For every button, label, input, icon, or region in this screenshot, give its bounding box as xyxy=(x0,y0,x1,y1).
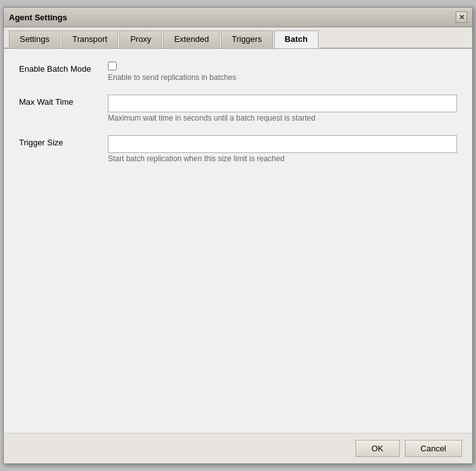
agent-settings-dialog: Agent Settings ✕ Settings Transport Prox… xyxy=(3,7,473,464)
max-wait-time-row: Max Wait Time Maximum wait time in secon… xyxy=(19,95,457,130)
max-wait-time-input[interactable] xyxy=(108,95,457,112)
tab-proxy[interactable]: Proxy xyxy=(119,30,162,48)
trigger-size-hint: Start batch replication when this size l… xyxy=(108,154,457,163)
tab-batch[interactable]: Batch xyxy=(274,30,319,48)
checkbox-row xyxy=(108,62,457,70)
content-area: Enable Batch Mode Enable to send replica… xyxy=(4,49,472,433)
enable-batch-mode-checkbox[interactable] xyxy=(108,62,117,70)
enable-batch-mode-control: Enable to send replications in batches xyxy=(108,62,457,90)
max-wait-time-label: Max Wait Time xyxy=(19,95,108,107)
trigger-size-input[interactable] xyxy=(108,135,457,153)
title-bar: Agent Settings ✕ xyxy=(4,8,472,27)
dialog-title: Agent Settings xyxy=(9,13,67,22)
bottom-bar: OK Cancel xyxy=(4,433,472,463)
trigger-size-control: Start batch replication when this size l… xyxy=(108,135,457,171)
tab-extended[interactable]: Extended xyxy=(163,30,220,48)
enable-batch-mode-label: Enable Batch Mode xyxy=(19,62,108,74)
enable-batch-mode-hint: Enable to send replications in batches xyxy=(108,73,457,82)
cancel-button[interactable]: Cancel xyxy=(405,440,462,457)
enable-batch-mode-row: Enable Batch Mode Enable to send replica… xyxy=(19,62,457,90)
tab-triggers[interactable]: Triggers xyxy=(221,30,272,48)
ok-button[interactable]: OK xyxy=(355,440,400,457)
close-button[interactable]: ✕ xyxy=(456,11,467,23)
max-wait-time-control: Maximum wait time in seconds until a bat… xyxy=(108,95,457,130)
max-wait-time-hint: Maximum wait time in seconds until a bat… xyxy=(108,114,457,123)
tabs-bar: Settings Transport Proxy Extended Trigge… xyxy=(4,27,472,49)
trigger-size-label: Trigger Size xyxy=(19,135,108,147)
tab-transport[interactable]: Transport xyxy=(62,30,118,48)
tab-settings[interactable]: Settings xyxy=(9,30,60,48)
trigger-size-row: Trigger Size Start batch replication whe… xyxy=(19,135,457,171)
